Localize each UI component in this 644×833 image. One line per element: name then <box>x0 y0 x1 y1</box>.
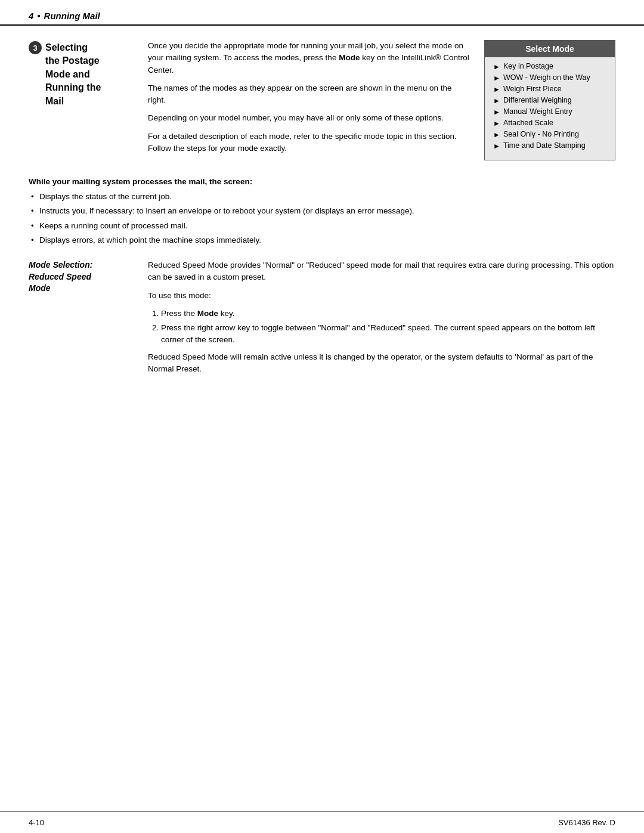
list-item: ►Manual Weight Entry <box>493 107 609 116</box>
list-item: ►Key in Postage <box>493 62 609 71</box>
while-heading: While your mailing system processes the … <box>29 177 615 186</box>
list-item: ►Differential Weighing <box>493 96 609 105</box>
while-bullets: Displays the status of the current job. … <box>29 191 615 246</box>
list-item: Press the right arrow key to toggle betw… <box>161 322 615 346</box>
select-mode-title: Select Mode <box>485 41 615 57</box>
body-p2: The names of the modes as they appear on… <box>148 82 470 107</box>
body-p1: Once you decide the appropriate mode for… <box>148 40 470 76</box>
page-header: 4 • Running Mail <box>0 0 644 26</box>
list-item: ►Seal Only - No Printing <box>493 130 609 139</box>
arrow-icon: ► <box>493 85 500 94</box>
arrow-icon: ► <box>493 142 500 150</box>
footer-left: 4-10 <box>29 818 44 827</box>
section-title-line1: Selecting <box>45 41 101 54</box>
arrow-icon: ► <box>493 63 500 71</box>
mode-p1: Reduced Speed Mode provides "Normal" or … <box>148 259 615 284</box>
mode-selection-title-line1: Mode Selection: <box>29 259 137 271</box>
while-section: While your mailing system processes the … <box>29 177 615 246</box>
list-item: ►WOW - Weigh on the Way <box>493 73 609 82</box>
select-mode-list: ►Key in Postage ►WOW - Weigh on the Way … <box>485 57 615 159</box>
arrow-icon: ► <box>493 131 500 139</box>
mode-selection-body: Reduced Speed Mode provides "Normal" or … <box>148 259 615 381</box>
section-title-line3: Mode and <box>45 68 101 81</box>
section-heading: 3 Selecting the Postage Mode and Running… <box>29 40 148 160</box>
arrow-icon: ► <box>493 74 500 82</box>
arrow-icon: ► <box>493 97 500 105</box>
list-item: Keeps a running count of processed mail. <box>39 220 615 232</box>
mode-selection-title-line2: Reduced Speed <box>29 271 137 283</box>
list-item: Displays the status of the current job. <box>39 191 615 203</box>
header-title: Running Mail <box>44 11 100 21</box>
header-bullet: • <box>37 11 40 21</box>
section-number: 3 <box>29 41 42 54</box>
list-item: ►Attached Scale <box>493 119 609 128</box>
section-title-line5: Mail <box>45 95 101 108</box>
footer-right: SV61436 Rev. D <box>558 818 615 827</box>
mode-selection-title-line3: Mode <box>29 283 137 295</box>
select-mode-box: Select Mode ►Key in Postage ►WOW - Weigh… <box>484 40 615 160</box>
arrow-icon: ► <box>493 119 500 128</box>
page-footer: 4-10 SV61436 Rev. D <box>0 812 644 833</box>
page-content: 3 Selecting the Postage Mode and Running… <box>0 26 644 381</box>
list-item: Instructs you, if necessary: to insert a… <box>39 205 615 217</box>
mode-p2: To use this mode: <box>148 290 615 302</box>
top-section: 3 Selecting the Postage Mode and Running… <box>29 40 615 160</box>
header-chapter: 4 <box>29 11 33 21</box>
body-p3: Depending on your model number, you may … <box>148 112 470 124</box>
list-item: ►Weigh First Piece <box>493 85 609 94</box>
mode-selection-section: Mode Selection: Reduced Speed Mode Reduc… <box>29 259 615 381</box>
body-p4: For a detailed description of each mode,… <box>148 131 470 155</box>
mode-p3: Reduced Speed Mode will remain active un… <box>148 351 615 376</box>
list-item: Press the Mode key. <box>161 308 615 320</box>
section-body: Once you decide the appropriate mode for… <box>148 40 484 160</box>
list-item: ►Time and Date Stamping <box>493 141 609 150</box>
arrow-icon: ► <box>493 108 500 116</box>
section-title-line4: Running the <box>45 81 101 94</box>
mode-selection-heading: Mode Selection: Reduced Speed Mode <box>29 259 148 381</box>
list-item: Displays errors, at which point the mach… <box>39 234 615 246</box>
mode-steps: Press the Mode key. Press the right arro… <box>148 308 615 346</box>
section-title-line2: the Postage <box>45 54 101 67</box>
